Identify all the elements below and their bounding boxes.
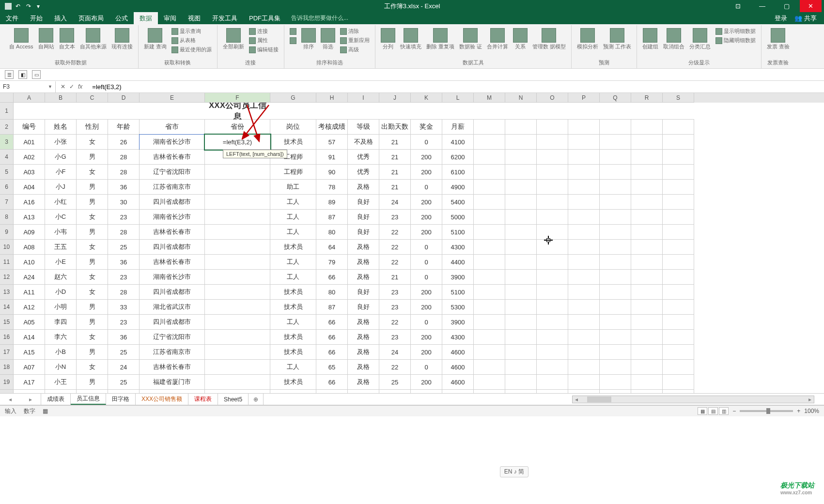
cell[interactable]: 男 — [77, 345, 108, 360]
cell[interactable]: 良好 — [348, 300, 379, 315]
sheet-tab[interactable]: XXX公司销售额 — [136, 394, 188, 405]
cell[interactable] — [505, 270, 537, 285]
cell[interactable] — [474, 135, 505, 150]
cancel-formula-icon[interactable]: ✕ — [61, 83, 65, 90]
share-button[interactable]: 👥 共享 — [794, 14, 817, 23]
cell[interactable] — [45, 103, 77, 120]
cell[interactable] — [205, 255, 270, 270]
cell[interactable] — [505, 375, 537, 390]
advanced-filter-button[interactable]: 高级 — [339, 46, 371, 54]
flash-fill-button[interactable]: 快速填充 — [399, 27, 423, 51]
zoom-in-button[interactable]: + — [797, 408, 800, 414]
cell[interactable]: 28 — [108, 225, 140, 240]
cell[interactable] — [568, 330, 600, 345]
clear-filter-button[interactable]: 清除 — [339, 27, 371, 36]
cell[interactable]: 5900 — [442, 390, 474, 393]
cell[interactable]: 湖南省长沙市 — [140, 135, 205, 150]
cell[interactable] — [205, 390, 270, 393]
cell[interactable] — [411, 103, 442, 120]
cell[interactable] — [505, 150, 537, 165]
sheet-tab[interactable]: Sheet5 — [218, 394, 249, 405]
cell[interactable]: 编号 — [14, 120, 45, 135]
cell[interactable]: 考核成绩 — [316, 120, 348, 135]
horizontal-scrollbar[interactable]: ◂ ▸ — [572, 396, 814, 403]
cell[interactable] — [663, 375, 694, 390]
cell[interactable]: 工人 — [270, 360, 316, 375]
tellme-input[interactable]: 告诉我您想要做什么... — [291, 14, 348, 22]
cell[interactable]: 吉林省长春市 — [140, 255, 205, 270]
from-access-button[interactable]: 自 Access — [8, 27, 35, 51]
qat-button-3[interactable]: ▭ — [32, 70, 41, 79]
cell[interactable] — [474, 315, 505, 330]
cell[interactable]: 男 — [77, 300, 108, 315]
cell[interactable]: 女 — [77, 210, 108, 225]
cell[interactable]: 女 — [77, 240, 108, 255]
row-header[interactable]: 17 — [0, 345, 14, 360]
cell[interactable]: 技术员 — [270, 285, 316, 300]
cell[interactable]: 21 — [379, 270, 411, 285]
row-header[interactable]: 5 — [0, 165, 14, 180]
cell[interactable]: 5400 — [442, 195, 474, 210]
cell[interactable] — [663, 150, 694, 165]
cell[interactable] — [205, 240, 270, 255]
cell[interactable] — [663, 270, 694, 285]
cell[interactable]: 湖北省武汉市 — [140, 300, 205, 315]
row-header[interactable]: 19 — [0, 375, 14, 390]
cell[interactable]: 4900 — [442, 180, 474, 195]
qat-button-2[interactable]: ◧ — [18, 70, 27, 79]
cell[interactable]: 87 — [316, 210, 348, 225]
cell[interactable]: 21 — [379, 390, 411, 393]
cell[interactable]: 23 — [379, 330, 411, 345]
cell[interactable] — [631, 315, 663, 330]
cell[interactable]: 优秀 — [348, 165, 379, 180]
cell[interactable]: 0 — [411, 180, 442, 195]
cell[interactable] — [663, 285, 694, 300]
cell[interactable] — [600, 135, 631, 150]
cell[interactable] — [537, 195, 568, 210]
cell[interactable] — [631, 240, 663, 255]
show-detail-button[interactable]: 显示明细数据 — [714, 27, 757, 36]
cell[interactable] — [663, 345, 694, 360]
cell[interactable]: 小B — [45, 345, 77, 360]
cell[interactable] — [537, 270, 568, 285]
tab-developer[interactable]: 开发工具 — [206, 12, 243, 25]
cell[interactable] — [631, 195, 663, 210]
cell[interactable] — [663, 360, 694, 375]
cell[interactable]: 5100 — [442, 225, 474, 240]
cell[interactable] — [505, 225, 537, 240]
cell[interactable] — [505, 255, 537, 270]
save-icon[interactable] — [5, 3, 12, 10]
row-header[interactable]: 8 — [0, 210, 14, 225]
undo-icon[interactable]: ↶ — [16, 3, 22, 10]
cell[interactable] — [600, 165, 631, 180]
cell[interactable] — [663, 300, 694, 315]
cell[interactable] — [205, 225, 270, 240]
cell[interactable]: 4300 — [442, 330, 474, 345]
cell[interactable] — [537, 375, 568, 390]
cell[interactable] — [205, 180, 270, 195]
cell[interactable] — [505, 240, 537, 255]
cell[interactable] — [631, 103, 663, 120]
cell[interactable]: 四川省成都市 — [140, 285, 205, 300]
cell[interactable]: 4300 — [442, 240, 474, 255]
cell[interactable]: 90 — [316, 165, 348, 180]
cell[interactable] — [505, 165, 537, 180]
cell[interactable] — [568, 195, 600, 210]
cell[interactable]: 女 — [77, 165, 108, 180]
tab-pdf[interactable]: PDF工具集 — [243, 12, 286, 25]
cell[interactable]: 26 — [108, 135, 140, 150]
cell[interactable] — [663, 135, 694, 150]
cell[interactable] — [474, 285, 505, 300]
cell[interactable] — [474, 150, 505, 165]
cell[interactable] — [600, 180, 631, 195]
cell[interactable]: 四川省成都市 — [140, 195, 205, 210]
cell[interactable]: 优秀 — [348, 150, 379, 165]
cell[interactable]: A05 — [14, 315, 45, 330]
row-header[interactable]: 10 — [0, 240, 14, 255]
cell[interactable] — [474, 300, 505, 315]
cell[interactable]: A17 — [14, 375, 45, 390]
cell[interactable] — [568, 360, 600, 375]
cell[interactable]: 及格 — [348, 375, 379, 390]
tab-formula[interactable]: 公式 — [109, 12, 134, 25]
cell[interactable]: 福建省厦门市 — [140, 375, 205, 390]
